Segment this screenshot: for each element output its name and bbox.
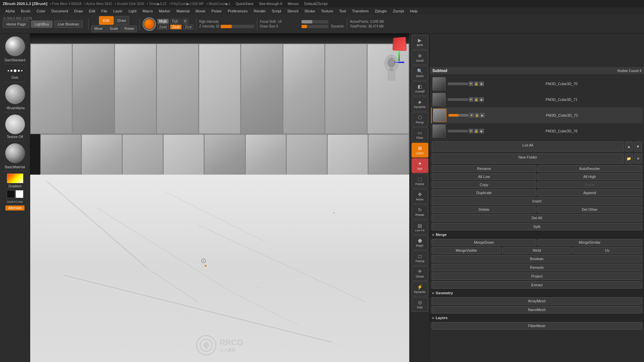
arrow-71[interactable]: ▶ <box>479 97 484 102</box>
menu-preferences[interactable]: Preferences <box>225 8 250 14</box>
scale-btn[interactable]: Scale <box>107 25 121 32</box>
menu-marker[interactable]: Marker <box>156 8 173 14</box>
subtool-slider-76[interactable] <box>448 130 468 132</box>
dynamic-tool-btn[interactable]: ◈ Dynamic <box>412 97 428 111</box>
lock-72[interactable]: 🔒 <box>475 113 479 118</box>
merge-section-header[interactable]: ▶ Merge <box>430 231 644 238</box>
dynamic-btn[interactable]: Dynamic <box>331 24 344 28</box>
nanomesh-btn[interactable]: NanoMesh <box>432 306 642 313</box>
bpr-tool-btn[interactable]: ▶ BPR <box>412 35 428 50</box>
menu-stencil[interactable]: Stencil <box>284 8 301 14</box>
rgb-btn[interactable]: Rgb <box>170 19 180 24</box>
fibermesh-btn[interactable]: FiberMesh <box>432 322 642 329</box>
menu-color[interactable]: Color <box>34 8 48 14</box>
menu-macro[interactable]: Macro <box>140 8 156 14</box>
menu-transform[interactable]: Transform <box>350 8 372 14</box>
list-all-arrow-up[interactable]: ▲ <box>625 141 633 152</box>
menu-draw[interactable]: Draw <box>71 8 86 14</box>
xyz-tool-btn[interactable]: ✦ Xyz <box>412 158 428 173</box>
subtool-item-72[interactable]: 👁 🔒 ▶ PM3D_Cube3D_72 <box>431 108 643 123</box>
merge-similar-btn[interactable]: MergeSimilar <box>537 239 642 246</box>
menu-zplugin[interactable]: Zplugin <box>372 8 389 14</box>
duplicate-btn[interactable]: Duplicate <box>432 189 536 196</box>
zoom-tool-btn[interactable]: 🔍 Zoom <box>412 66 428 80</box>
new-folder-icon[interactable]: 📁 <box>625 154 633 164</box>
subtool-item-70[interactable]: 👁 🔒 ▶ PM3D_Cube3D_70 <box>431 76 643 92</box>
delete-btn[interactable]: Delete <box>432 206 536 213</box>
paste-btn[interactable]: Paste <box>537 181 642 188</box>
project-btn[interactable]: Project <box>432 273 642 280</box>
eye-72[interactable]: 👁 <box>469 113 474 118</box>
ghost-tool-btn[interactable]: 👁 Ghost <box>412 266 428 281</box>
menu-material[interactable]: Material <box>174 8 192 14</box>
menus-btn[interactable]: Menus <box>288 2 299 6</box>
del-other-btn[interactable]: Del Other <box>537 206 642 213</box>
frame-tool-btn[interactable]: ⬚ Frame <box>412 174 428 188</box>
edit-btn[interactable]: Edit <box>99 16 114 25</box>
copy-btn[interactable]: Copy <box>432 181 536 188</box>
mrgb-btn[interactable]: Mrgb <box>157 19 169 24</box>
eye-70[interactable]: 👁 <box>469 81 473 86</box>
rename-btn[interactable]: Rename <box>432 165 536 172</box>
brush-circle-icon[interactable] <box>143 17 156 31</box>
insert-btn[interactable]: Insert <box>432 197 642 205</box>
menu-edit[interactable]: Edit <box>86 8 98 14</box>
append-btn[interactable]: Append <box>537 189 642 196</box>
floor-tool-btn[interactable]: ▭ Floor <box>412 127 428 142</box>
arraymesh-btn[interactable]: ArrayMesh <box>432 297 642 305</box>
remesh-btn[interactable]: Remesh <box>432 264 642 271</box>
menu-light[interactable]: Light <box>126 8 139 14</box>
menu-help[interactable]: Help <box>407 8 420 14</box>
live-boolean-tab[interactable]: Live Boolean <box>54 20 83 28</box>
canvas-3d[interactable]: RRCG 人人素材 <box>30 34 409 362</box>
menu-tool[interactable]: Tool <box>336 8 348 14</box>
eye-76[interactable]: 👁 <box>469 129 473 133</box>
layers-section-header[interactable]: ▶ Layers <box>430 314 644 321</box>
arrow-76[interactable]: ▶ <box>479 129 484 133</box>
zsub-btn[interactable]: Zsub <box>170 24 181 29</box>
extract-btn[interactable]: Extract <box>432 281 642 289</box>
merge-down-btn[interactable]: MergeDown <box>432 239 536 246</box>
persp-tool-btn[interactable]: ⬡ Persp <box>412 112 428 127</box>
split-btn[interactable]: Split <box>432 223 642 230</box>
draw-btn[interactable]: Draw <box>114 16 129 25</box>
arrow-70[interactable]: ▶ <box>479 81 484 86</box>
lsym-tool-btn[interactable]: ⊞ LSym <box>412 143 428 158</box>
uv-btn[interactable]: Uv <box>573 247 642 254</box>
menu-brush[interactable]: Brush <box>18 8 33 14</box>
quicksave-btn[interactable]: QuickSave <box>236 2 254 6</box>
weld-btn[interactable]: Weld <box>502 247 572 254</box>
boolean-btn[interactable]: Boolean <box>432 255 642 262</box>
subtool-slider-72[interactable] <box>448 114 469 117</box>
subtool-slider-70[interactable] <box>448 82 468 85</box>
canvas-area[interactable]: RRCG 人人素材 <box>30 34 409 362</box>
zadd-btn[interactable]: Zadd <box>157 24 169 29</box>
eye-71[interactable]: 👁 <box>469 97 473 102</box>
new-folder-x[interactable]: ✕ <box>634 154 642 164</box>
lock-70[interactable]: 🔒 <box>474 81 479 86</box>
menu-render[interactable]: Render <box>251 8 268 14</box>
menu-stroke[interactable]: Stroke <box>302 8 318 14</box>
rotate-tool-btn[interactable]: ↻ Rotate <box>412 204 428 219</box>
new-folder-btn[interactable]: New Folder <box>432 154 624 164</box>
subtool-slider-71[interactable] <box>448 98 468 101</box>
geometry-section-header[interactable]: ▶ Geometry <box>430 289 644 297</box>
all-low-btn[interactable]: All Low <box>432 173 536 180</box>
menu-alpha[interactable]: Alpha <box>3 8 17 14</box>
menu-texture[interactable]: Texture <box>318 8 336 14</box>
scroll-tool-btn[interactable]: ⊕ Scroll <box>412 50 428 65</box>
list-all-arrow-down[interactable]: ▼ <box>634 141 642 152</box>
nav-cube[interactable] <box>392 37 407 51</box>
del-all-btn[interactable]: Del All <box>432 214 642 222</box>
menu-zscript[interactable]: Zscript <box>390 8 407 14</box>
lightbox-tab[interactable]: LightBox <box>31 20 53 28</box>
menu-document[interactable]: Document <box>49 8 71 14</box>
arrow-72[interactable]: ▶ <box>480 113 485 118</box>
m-btn[interactable]: M <box>182 19 189 24</box>
all-high-btn[interactable]: All High <box>537 173 642 180</box>
move-tool-btn[interactable]: ✥ Move <box>412 189 428 204</box>
menu-picker[interactable]: Picker <box>209 8 224 14</box>
linefill-tool-btn[interactable]: ▤ Line Fill <box>412 220 428 235</box>
aahalf-tool-btn[interactable]: ◧ AAHalf <box>412 81 428 96</box>
zcut-btn[interactable]: Zcut <box>183 24 194 29</box>
